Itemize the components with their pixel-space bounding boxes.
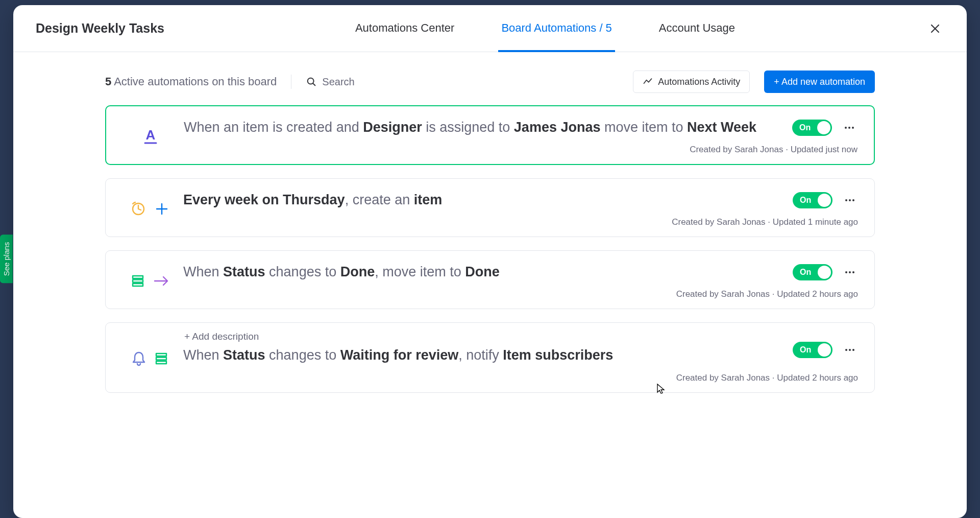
tab-label: Account Usage bbox=[659, 21, 735, 35]
more-menu-button[interactable] bbox=[842, 342, 858, 358]
activity-icon bbox=[643, 77, 653, 87]
automation-meta: Created by Sarah Jonas · Updated 2 hours… bbox=[183, 373, 858, 383]
tab-automations-center[interactable]: Automations Center bbox=[352, 6, 457, 52]
automation-toggle[interactable]: On bbox=[793, 264, 832, 280]
automation-card[interactable]: When Status changes to Done, move item t… bbox=[105, 250, 875, 309]
svg-text:A: A bbox=[146, 127, 156, 143]
more-menu-button[interactable] bbox=[842, 264, 858, 280]
automation-description: When Status changes to Waiting for revie… bbox=[183, 345, 771, 365]
automation-icons bbox=[122, 201, 178, 217]
automation-toggle[interactable]: On bbox=[793, 192, 832, 208]
add-description-button[interactable]: + Add description bbox=[183, 331, 259, 342]
svg-point-19 bbox=[845, 271, 847, 273]
tab-label: Board Automations / 5 bbox=[501, 21, 611, 35]
automation-description: When an item is created and Designer is … bbox=[184, 117, 771, 137]
button-label: + Add new automation bbox=[774, 77, 865, 87]
svg-point-20 bbox=[849, 271, 851, 273]
automation-card[interactable]: + Add description When Status changes to… bbox=[105, 322, 875, 392]
status-column-icon bbox=[154, 351, 169, 366]
svg-line-3 bbox=[313, 83, 315, 85]
recurring-icon bbox=[130, 201, 146, 217]
search-label: Search bbox=[322, 76, 354, 88]
automation-toggle[interactable]: On bbox=[792, 120, 832, 136]
automation-card[interactable]: Every week on Thursday, create an item O… bbox=[105, 178, 875, 237]
svg-point-6 bbox=[845, 127, 847, 129]
svg-point-25 bbox=[845, 349, 847, 351]
close-button[interactable] bbox=[926, 19, 944, 38]
tab-account-usage[interactable]: Account Usage bbox=[656, 6, 738, 52]
svg-point-12 bbox=[845, 199, 847, 201]
toolbar: 5 Active automations on this board Searc… bbox=[13, 52, 967, 105]
svg-rect-16 bbox=[133, 279, 143, 282]
tab-board-automations[interactable]: Board Automations / 5 bbox=[498, 6, 615, 52]
toggle-label: On bbox=[800, 268, 811, 277]
automation-meta: Created by Sarah Jonas · Updated 1 minut… bbox=[183, 217, 858, 227]
svg-rect-24 bbox=[156, 361, 166, 364]
automation-meta: Created by Sarah Jonas · Updated 2 hours… bbox=[183, 289, 858, 299]
automation-icons bbox=[122, 273, 178, 289]
svg-rect-22 bbox=[156, 354, 166, 356]
automation-description: When Status changes to Done, move item t… bbox=[183, 262, 771, 282]
plus-icon bbox=[154, 201, 170, 217]
arrow-right-icon bbox=[153, 273, 170, 289]
automation-description: Every week on Thursday, create an item bbox=[183, 190, 771, 210]
search-button[interactable]: Search bbox=[306, 76, 354, 88]
active-automations-count: 5 Active automations on this board bbox=[105, 75, 277, 88]
add-automation-button[interactable]: + Add new automation bbox=[764, 70, 875, 93]
automation-icons bbox=[122, 350, 178, 367]
automation-card[interactable]: A When an item is created and Designer i… bbox=[105, 105, 875, 165]
toggle-label: On bbox=[800, 345, 811, 355]
text-column-icon: A bbox=[142, 127, 159, 146]
divider bbox=[291, 75, 291, 89]
svg-point-27 bbox=[852, 349, 854, 351]
svg-point-8 bbox=[852, 127, 854, 129]
see-plans-tab[interactable]: See plans bbox=[0, 235, 13, 284]
svg-rect-17 bbox=[133, 284, 143, 286]
svg-point-21 bbox=[852, 271, 854, 273]
tabs: Automations Center Board Automations / 5… bbox=[164, 5, 926, 52]
see-plans-label: See plans bbox=[2, 242, 11, 276]
automation-icons: A bbox=[122, 127, 179, 146]
automation-meta: Created by Sarah Jonas · Updated just no… bbox=[184, 145, 857, 155]
automation-toggle[interactable]: On bbox=[793, 342, 832, 358]
modal-header: Design Weekly Tasks Automations Center B… bbox=[13, 5, 967, 52]
board-title: Design Weekly Tasks bbox=[36, 21, 164, 36]
notify-icon bbox=[131, 350, 146, 367]
button-label: Automations Activity bbox=[658, 77, 740, 87]
svg-rect-15 bbox=[133, 276, 143, 278]
search-icon bbox=[306, 76, 317, 87]
more-menu-button[interactable] bbox=[841, 120, 857, 136]
close-icon bbox=[929, 22, 941, 35]
svg-point-7 bbox=[848, 127, 850, 129]
svg-point-13 bbox=[849, 199, 851, 201]
more-menu-button[interactable] bbox=[842, 192, 858, 208]
toggle-label: On bbox=[800, 196, 811, 205]
status-column-icon bbox=[130, 273, 145, 289]
toggle-label: On bbox=[799, 123, 811, 132]
tab-label: Automations Center bbox=[355, 21, 454, 35]
svg-point-14 bbox=[852, 199, 854, 201]
automations-list: A When an item is created and Designer i… bbox=[13, 105, 967, 518]
svg-point-26 bbox=[849, 349, 851, 351]
svg-rect-23 bbox=[156, 357, 166, 360]
automations-modal: Design Weekly Tasks Automations Center B… bbox=[13, 5, 967, 518]
automations-activity-button[interactable]: Automations Activity bbox=[633, 70, 750, 93]
